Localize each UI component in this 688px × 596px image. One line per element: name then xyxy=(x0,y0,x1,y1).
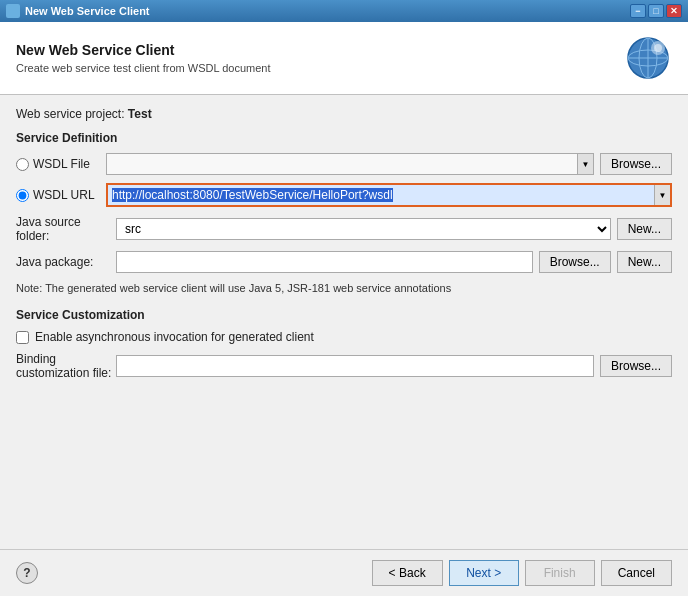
footer-left: ? xyxy=(16,562,38,584)
dialog-content: Web service project: Test Service Defini… xyxy=(0,95,688,549)
title-bar-text: New Web Service Client xyxy=(25,5,630,17)
wsdl-url-input[interactable] xyxy=(108,185,654,205)
wsdl-file-radio-label[interactable]: WSDL File xyxy=(16,157,106,171)
wsdl-file-dropdown-arrow[interactable]: ▼ xyxy=(578,153,594,175)
svg-point-6 xyxy=(654,44,662,52)
next-button[interactable]: Next > xyxy=(449,560,519,586)
dialog-header-text: New Web Service Client Create web servic… xyxy=(16,42,624,74)
footer-right: < Back Next > Finish Cancel xyxy=(372,560,672,586)
wsdl-url-dropdown-arrow[interactable]: ▼ xyxy=(654,185,670,205)
wsdl-url-input-wrapper: ▼ xyxy=(106,183,672,207)
wsdl-file-combo-container: ▼ Browse... xyxy=(106,153,672,175)
close-button[interactable]: ✕ xyxy=(666,4,682,18)
dialog: New Web Service Client Create web servic… xyxy=(0,22,688,596)
dialog-footer: ? < Back Next > Finish Cancel xyxy=(0,549,688,596)
wsdl-file-combo: ▼ xyxy=(106,153,594,175)
cancel-button[interactable]: Cancel xyxy=(601,560,672,586)
java-package-new-button[interactable]: New... xyxy=(617,251,672,273)
wsdl-url-radio[interactable] xyxy=(16,189,29,202)
back-button[interactable]: < Back xyxy=(372,560,443,586)
binding-customization-input[interactable] xyxy=(116,355,594,377)
wsdl-url-row: WSDL URL ▼ xyxy=(16,183,672,207)
java-source-folder-label: Java source folder: xyxy=(16,215,116,243)
wsdl-file-radio[interactable] xyxy=(16,158,29,171)
service-customization-title: Service Customization xyxy=(16,308,672,322)
title-bar-icon xyxy=(6,4,20,18)
help-button[interactable]: ? xyxy=(16,562,38,584)
globe-icon xyxy=(624,34,672,82)
dialog-title: New Web Service Client xyxy=(16,42,624,58)
binding-customization-browse-button[interactable]: Browse... xyxy=(600,355,672,377)
service-definition-title: Service Definition xyxy=(16,131,672,145)
java-source-folder-row: Java source folder: src New... xyxy=(16,215,672,243)
wsdl-file-browse-button[interactable]: Browse... xyxy=(600,153,672,175)
java-package-row: Java package: Browse... New... xyxy=(16,251,672,273)
note-text: Note: The generated web service client w… xyxy=(16,281,672,296)
enable-async-label: Enable asynchronous invocation for gener… xyxy=(35,330,314,344)
java-package-label: Java package: xyxy=(16,255,116,269)
wsdl-file-row: WSDL File ▼ Browse... xyxy=(16,153,672,175)
enable-async-checkbox[interactable] xyxy=(16,331,29,344)
binding-customization-row: Binding customization file: Browse... xyxy=(16,352,672,380)
wsdl-file-input[interactable] xyxy=(106,153,578,175)
title-bar-controls: − □ ✕ xyxy=(630,4,682,18)
wsdl-url-radio-label[interactable]: WSDL URL xyxy=(16,188,106,202)
enable-async-row: Enable asynchronous invocation for gener… xyxy=(16,330,672,344)
title-bar: New Web Service Client − □ ✕ xyxy=(0,0,688,22)
minimize-button[interactable]: − xyxy=(630,4,646,18)
java-package-input[interactable] xyxy=(116,251,533,273)
dialog-subtitle: Create web service test client from WSDL… xyxy=(16,62,624,74)
java-source-folder-select[interactable]: src xyxy=(116,218,611,240)
java-package-browse-button[interactable]: Browse... xyxy=(539,251,611,273)
dialog-header: New Web Service Client Create web servic… xyxy=(0,22,688,95)
maximize-button[interactable]: □ xyxy=(648,4,664,18)
project-label: Web service project: Test xyxy=(16,107,672,121)
java-source-folder-new-button[interactable]: New... xyxy=(617,218,672,240)
finish-button[interactable]: Finish xyxy=(525,560,595,586)
binding-customization-label: Binding customization file: xyxy=(16,352,116,380)
